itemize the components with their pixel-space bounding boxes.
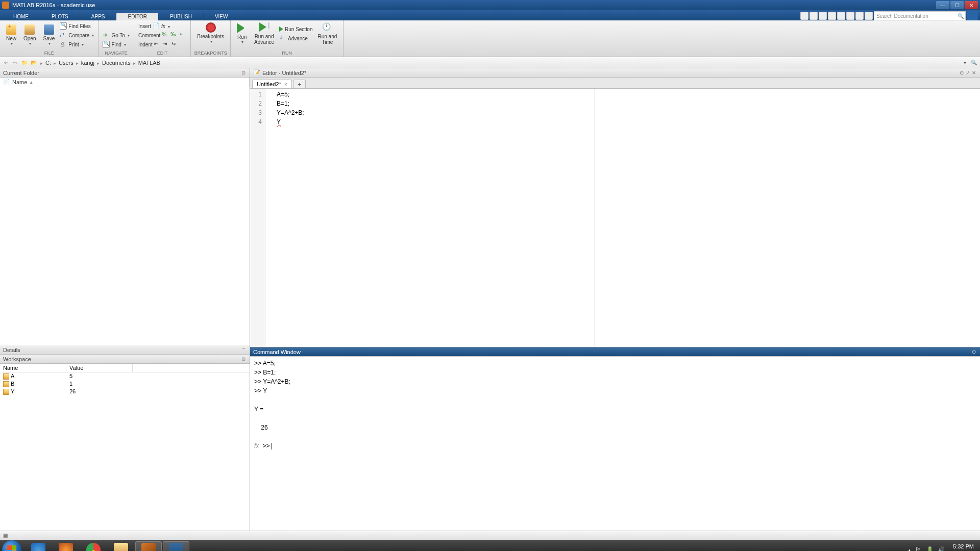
advance-icon: ⇓ bbox=[279, 35, 286, 42]
qa-save-icon[interactable] bbox=[800, 12, 808, 20]
find-files-label: Find Files bbox=[68, 23, 90, 29]
run-section-button[interactable]: Run Section bbox=[278, 24, 313, 34]
tab-home[interactable]: HOME bbox=[2, 13, 40, 20]
tray-power-icon[interactable]: 🔋 bbox=[926, 546, 934, 551]
nav-forward-button[interactable]: ⇨ bbox=[11, 59, 19, 67]
qa-cut-icon[interactable] bbox=[810, 12, 818, 20]
task-explorer[interactable] bbox=[108, 541, 134, 551]
breadcrumb-2[interactable]: kangj bbox=[81, 60, 94, 66]
tab-editor[interactable]: EDITOR bbox=[116, 13, 159, 20]
breadcrumb-1[interactable]: Users bbox=[59, 60, 74, 66]
system-clock[interactable]: 5:32 PM 2/16/2017 bbox=[949, 543, 974, 551]
task-firefox[interactable] bbox=[53, 541, 79, 551]
editor-tab-close-icon[interactable]: × bbox=[284, 81, 287, 87]
indent-right-icon[interactable]: ⇥ bbox=[163, 41, 170, 48]
qa-undo-icon[interactable] bbox=[837, 12, 845, 20]
run-and-time-button[interactable]: Run and Time bbox=[315, 21, 340, 46]
qa-paste-icon[interactable] bbox=[828, 12, 836, 20]
details-expand-icon[interactable]: ⌃ bbox=[240, 347, 247, 353]
ws-row-a[interactable]: A5 bbox=[0, 372, 250, 380]
task-ie[interactable] bbox=[25, 541, 52, 551]
qa-copy-icon[interactable] bbox=[819, 12, 827, 20]
system-tray[interactable]: ▴ 🏳 🔋 🔊 5:32 PM 2/16/2017 bbox=[908, 543, 978, 551]
breadcrumb[interactable]: C: Users kangj Documents MATLAB bbox=[39, 60, 160, 66]
open-button[interactable]: Open bbox=[20, 23, 39, 47]
tab-publish[interactable]: PUBLISH bbox=[159, 13, 204, 20]
cf-name-header[interactable]: Name ▲ bbox=[0, 78, 250, 87]
command-window-body[interactable]: >> A=5; >> B=1; >> Y=A^2+B; >> Y Y = 26 … bbox=[250, 357, 980, 531]
address-search-icon[interactable]: 🔍 bbox=[970, 59, 978, 67]
uncomment-icon[interactable]: ‰ bbox=[170, 32, 178, 39]
compare-button[interactable]: Compare bbox=[59, 31, 95, 40]
workspace-header[interactable]: Workspace ⊙ bbox=[0, 355, 250, 364]
editor-add-tab-button[interactable]: + bbox=[293, 80, 305, 88]
tray-up-icon[interactable]: ▴ bbox=[908, 547, 911, 552]
find-button[interactable]: Find bbox=[102, 40, 131, 49]
tray-volume-icon[interactable]: 🔊 bbox=[938, 546, 945, 551]
tab-apps[interactable]: APPS bbox=[80, 13, 117, 20]
editor-maximize-icon[interactable]: ↗ bbox=[965, 70, 971, 76]
fx-icon[interactable]: fx bbox=[254, 442, 259, 449]
command-window-header[interactable]: Command Window ⊙ bbox=[250, 347, 980, 357]
find-files-button[interactable]: Find Files bbox=[59, 21, 95, 31]
task-word[interactable] bbox=[163, 541, 189, 551]
breadcrumb-0[interactable]: C: bbox=[45, 60, 51, 66]
current-folder-header[interactable]: Current Folder ⊙ bbox=[0, 68, 250, 78]
tab-plots[interactable]: PLOTS bbox=[40, 13, 80, 20]
editor-header[interactable]: 📝 Editor - Untitled2* ⊙ ↗ ✕ bbox=[250, 68, 980, 78]
nav-back-button[interactable]: ⇦ bbox=[2, 59, 10, 67]
qa-switch-icon[interactable] bbox=[855, 12, 864, 20]
advance-button[interactable]: ⇓Advance bbox=[278, 34, 313, 43]
breadcrumb-3[interactable]: Documents bbox=[102, 60, 131, 66]
print-button[interactable]: Print bbox=[59, 40, 95, 49]
indent-button[interactable]: Indent ⇤ ⇥ ⇆ bbox=[137, 40, 187, 49]
new-button[interactable]: New bbox=[3, 23, 19, 47]
address-dropdown-icon[interactable]: ▾ bbox=[961, 59, 969, 67]
window-maximize-button[interactable]: ☐ bbox=[950, 1, 964, 9]
editor-close-icon[interactable]: ✕ bbox=[971, 70, 977, 76]
ws-col-name[interactable]: Name bbox=[0, 364, 66, 372]
insert-button[interactable]: Insert fx bbox=[137, 21, 187, 31]
comment-pct-icon[interactable]: % bbox=[162, 32, 169, 39]
run-and-advance-button[interactable]: Run and Advance bbox=[251, 21, 277, 46]
breadcrumb-4[interactable]: MATLAB bbox=[138, 60, 160, 66]
tab-view[interactable]: VIEW bbox=[204, 13, 240, 20]
smart-indent-icon[interactable]: ⇆ bbox=[172, 41, 179, 48]
goto-button[interactable]: Go To bbox=[102, 31, 131, 40]
file-icon bbox=[3, 79, 10, 86]
insert-fx-icon[interactable]: fx bbox=[161, 23, 165, 29]
ws-row-b[interactable]: B1 bbox=[0, 380, 250, 388]
insert-dropdown-icon[interactable] bbox=[167, 23, 170, 29]
details-header[interactable]: Details ⌃ bbox=[0, 345, 250, 355]
qa-help-icon[interactable] bbox=[865, 12, 873, 20]
window-minimize-button[interactable]: — bbox=[936, 1, 949, 9]
window-close-button[interactable]: ✕ bbox=[965, 1, 978, 9]
task-chrome[interactable] bbox=[80, 541, 107, 551]
login-icon[interactable] bbox=[967, 11, 978, 20]
nav-up-button[interactable]: 📂 bbox=[30, 59, 38, 67]
tray-action-icon[interactable]: 🏳 bbox=[915, 546, 922, 551]
indent-left-icon[interactable]: ⇤ bbox=[154, 41, 161, 48]
ws-col-value[interactable]: Value bbox=[66, 364, 133, 372]
nav-up-folder-icon[interactable]: 📁 bbox=[20, 59, 29, 67]
open-label: Open bbox=[23, 36, 36, 41]
editor-tab-bar: Untitled2* × + bbox=[250, 78, 980, 89]
start-button[interactable] bbox=[2, 540, 21, 551]
ws-row-y[interactable]: Y26 bbox=[0, 388, 250, 395]
run-button[interactable]: Run bbox=[234, 22, 250, 45]
panel-menu-icon[interactable]: ⊙ bbox=[240, 70, 247, 76]
command-menu-icon[interactable]: ⊙ bbox=[971, 349, 977, 355]
task-matlab[interactable] bbox=[135, 541, 162, 551]
search-documentation-input[interactable]: Search Documentation bbox=[874, 11, 966, 20]
editor-tab-untitled2[interactable]: Untitled2* × bbox=[252, 80, 292, 88]
editor-menu-icon[interactable]: ⊙ bbox=[959, 70, 965, 76]
save-button[interactable]: Save bbox=[40, 23, 58, 47]
workspace-menu-icon[interactable]: ⊙ bbox=[240, 356, 247, 362]
comment-button[interactable]: Comment % ‰ ⤷ bbox=[137, 31, 187, 40]
code-text[interactable]: A=5; B=1; Y=A^2+B; Y bbox=[265, 89, 980, 347]
wrap-comment-icon[interactable]: ⤷ bbox=[179, 32, 186, 39]
ws-b-name: B bbox=[11, 381, 14, 387]
editor-code-area[interactable]: 1 2 3 4 A=5; B=1; Y=A^2+B; Y bbox=[250, 89, 980, 347]
qa-redo-icon[interactable] bbox=[846, 12, 854, 20]
breakpoints-button[interactable]: Breakpoints bbox=[194, 21, 227, 45]
